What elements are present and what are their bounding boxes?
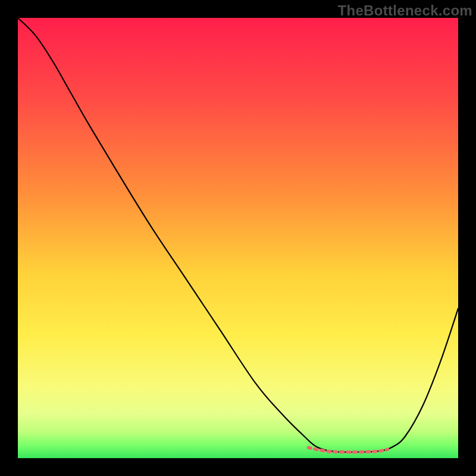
watermark-text: TheBottleneck.com <box>338 2 472 19</box>
bottleneck-chart <box>18 18 458 458</box>
chart-frame <box>18 18 458 458</box>
chart-background <box>18 18 458 458</box>
